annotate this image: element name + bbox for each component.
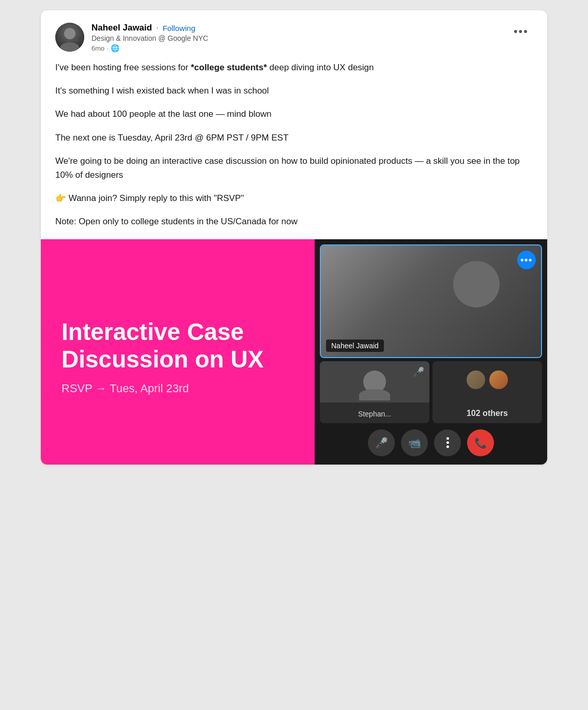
others-avatars <box>432 369 542 390</box>
tile1-label: Stephan... <box>358 410 391 418</box>
post-line-5: We're going to be doing an interactive c… <box>55 154 533 182</box>
microphone-button[interactable]: 🎤 <box>368 429 395 456</box>
image-right-panel: Naheel Jawaid ••• 🎤 Stephan... <box>315 239 547 465</box>
video-tile-stephan[interactable]: 🎤 Stephan... <box>320 361 429 423</box>
event-title: Interactive Case Discussion on UX <box>61 318 294 373</box>
author-name[interactable]: Naheel Jawaid <box>91 23 152 33</box>
person-silhouette <box>363 371 386 393</box>
image-left-panel: Interactive Case Discussion on UX RSVP →… <box>41 239 315 465</box>
author-name-row: Naheel Jawaid · Following <box>91 23 208 33</box>
end-call-button[interactable]: 📞 <box>467 429 494 456</box>
following-badge[interactable]: Following <box>163 24 195 33</box>
video-more-dots: ••• <box>520 255 532 265</box>
main-video-tile: Naheel Jawaid ••• <box>320 244 542 358</box>
end-call-icon: 📞 <box>474 437 487 449</box>
post-body: I've been hosting free sessions for *col… <box>41 60 547 239</box>
image-section: Interactive Case Discussion on UX RSVP →… <box>41 239 547 465</box>
camera-button[interactable]: 📹 <box>401 429 428 456</box>
rsvp-text: Wanna join? Simply reply to this with "R… <box>69 193 244 203</box>
ellipsis-vertical-icon <box>446 437 449 448</box>
author-info: Naheel Jawaid · Following Design & Innov… <box>91 23 208 52</box>
post-line-4: The next one is Tuesday, April 23rd @ 6P… <box>55 131 533 145</box>
post-line-7: Note: Open only to college students in t… <box>55 214 533 228</box>
post-line-1: I've been hosting free sessions for *col… <box>55 60 533 74</box>
mini-avatar-2 <box>488 369 509 390</box>
post-header: Naheel Jawaid · Following Design & Innov… <box>41 10 547 60</box>
mini-avatar-1 <box>466 369 486 390</box>
video-more-button[interactable]: ••• <box>517 251 536 269</box>
others-label: 102 others <box>467 409 508 418</box>
camera-icon: 📹 <box>408 437 421 449</box>
post-header-left: Naheel Jawaid · Following Design & Innov… <box>55 23 208 52</box>
more-options-button[interactable]: ••• <box>509 23 533 40</box>
author-subtitle: Design & Innovation @ Google NYC <box>91 34 208 42</box>
post-line-6: 👉 Wanna join? Simply reply to this with … <box>55 191 533 205</box>
event-rsvp: RSVP → Tues, April 23rd <box>61 382 294 395</box>
post-card: Naheel Jawaid · Following Design & Innov… <box>41 10 547 465</box>
call-controls: 🎤 📹 📞 <box>315 423 547 465</box>
dot-separator: · <box>156 23 158 33</box>
post-line-2: It's something I wish existed back when … <box>55 84 533 98</box>
video-tile-others[interactable]: 102 others <box>432 361 542 423</box>
post-line-3: We had about 100 people at the last one … <box>55 107 533 121</box>
more-options-call-button[interactable] <box>434 429 461 456</box>
post-time: 6mo · 🌐 <box>91 44 208 52</box>
avatar-image <box>55 23 84 52</box>
video-grid: 🎤 Stephan... 102 others <box>315 361 547 423</box>
avatar[interactable] <box>55 23 84 52</box>
pointing-emoji: 👉 <box>55 193 66 203</box>
time-text: 6mo <box>91 44 104 52</box>
globe-icon: 🌐 <box>111 44 119 52</box>
mute-icon: 🎤 <box>413 366 424 378</box>
dot-sep2: · <box>106 44 109 52</box>
video-name-label: Naheel Jawaid <box>326 339 384 352</box>
microphone-icon: 🎤 <box>375 437 388 449</box>
